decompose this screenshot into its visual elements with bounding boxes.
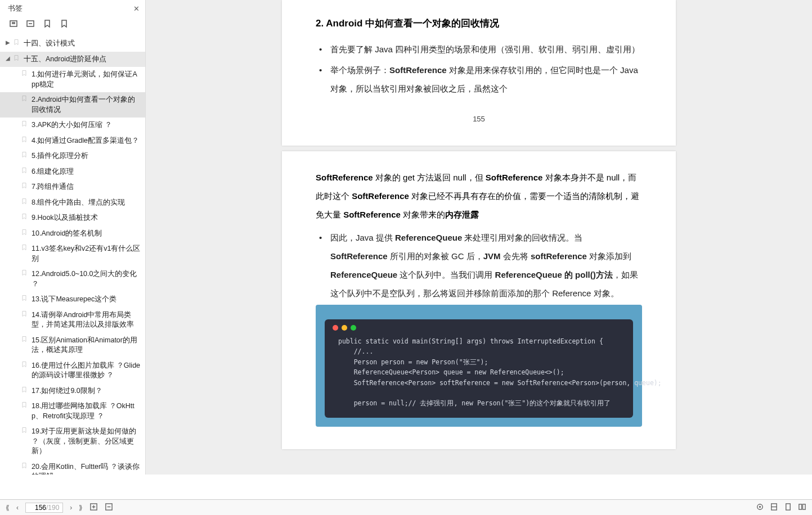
bookmark-item[interactable]: 19.对于应用更新这块是如何做的 ？（灰度，强制更新、分区域更新） xyxy=(0,424,145,459)
bookmark-add-icon[interactable] xyxy=(43,19,52,30)
zoom-in-button[interactable] xyxy=(89,503,98,513)
bookmark-icon xyxy=(20,295,28,301)
bookmark-label: 14.请例举Android中常用布局类型，并简述其用法以及排版效率 xyxy=(32,310,141,330)
bookmark-label: 1.如何进行单元测试，如何保证App稳定 xyxy=(32,70,141,89)
bookmark-label: 17.如何绕过9.0限制？ xyxy=(32,386,141,396)
bullet-item: 举个场景例子：SoftReference 对象是用来保存软引用的，但它同时也是一… xyxy=(316,61,642,98)
bookmark-item[interactable]: 3.APK的大小如何压缩 ？ xyxy=(0,118,145,133)
svg-rect-9 xyxy=(802,504,805,509)
bookmark-item[interactable]: 10.Android的签名机制 xyxy=(0,226,145,242)
bookmark-item[interactable]: 12.Android5.0~10.0之间大的变化 ？ xyxy=(0,266,145,292)
bookmark-icon xyxy=(20,462,28,469)
bookmark-item[interactable]: 17.如何绕过9.0限制？ xyxy=(0,383,145,399)
code-snippet: public static void main(String[] args) t… xyxy=(338,336,620,409)
paragraph: SoftReference 对象的 get 方法返回 null，但 SoftRe… xyxy=(316,168,642,224)
bookmark-label: 12.Android5.0~10.0之间大的变化 ？ xyxy=(32,269,141,289)
bookmark-icon xyxy=(20,361,28,368)
zoom-out-button[interactable] xyxy=(105,503,113,513)
bookmark-item[interactable]: 4.如何通过Gradle配置多渠道包？ xyxy=(0,133,145,149)
page-155: 2. Android 中如何查看一个对象的回收情况 首先要了解 Java 四种引… xyxy=(282,0,676,146)
close-sidebar-button[interactable]: ✕ xyxy=(133,4,140,13)
bookmark-label: 13.说下Measurepec这个类 xyxy=(32,295,141,305)
collapse-all-icon[interactable] xyxy=(26,19,35,30)
bookmarks-panel: 书签 ✕ ▶十四、设计模式◢十五、Android进阶延伸点1.如何进行单元测试，… xyxy=(0,0,146,475)
bookmark-item[interactable]: 9.Hook以及插桩技术 xyxy=(0,210,145,226)
bookmark-icon xyxy=(20,151,28,158)
bookmark-label: 10.Android的签名机制 xyxy=(32,229,141,239)
bookmark-icon xyxy=(20,213,28,220)
bookmark-icon[interactable] xyxy=(60,19,69,30)
bookmark-icon xyxy=(20,136,28,143)
bookmark-label: 20.会用Kotlin、Fultter吗 ？谈谈你的理解 xyxy=(32,462,141,475)
bookmark-label: 15.区别Animation和Animator的用法，概述其原理 xyxy=(32,336,141,355)
bookmark-label: 十五、Android进阶延伸点 xyxy=(24,55,141,65)
bookmark-item[interactable]: 15.区别Animation和Animator的用法，概述其原理 xyxy=(0,333,145,358)
bookmark-label: 8.组件化中路由、埋点的实现 xyxy=(32,198,141,208)
bookmark-label: 19.对于应用更新这块是如何做的 ？（灰度，强制更新、分区域更新） xyxy=(32,427,141,457)
bookmark-item[interactable]: 8.组件化中路由、埋点的实现 xyxy=(0,195,145,211)
document-view[interactable]: 2. Android 中如何查看一个对象的回收情况 首先要了解 Java 四种引… xyxy=(146,0,812,475)
bookmark-item[interactable]: 1.如何进行单元测试，如何保证App稳定 xyxy=(0,67,145,92)
bookmark-item[interactable]: 6.组建化原理 xyxy=(0,164,145,180)
bookmark-icon xyxy=(20,167,28,174)
bookmark-icon xyxy=(12,39,20,46)
bookmark-item[interactable]: 14.请例举Android中常用布局类型，并简述其用法以及排版效率 xyxy=(0,308,145,333)
bookmark-label: 6.组建化原理 xyxy=(32,167,141,177)
bookmark-item[interactable]: 11.v3签名key和v2还有v1有什么区别 xyxy=(0,241,145,266)
prev-page-button[interactable]: ‹ xyxy=(16,504,19,512)
bookmark-label: 18.用过哪些网络加载库 ？OkHttp、Retrofit实现原理 ？ xyxy=(32,401,141,421)
bookmark-label: 4.如何通过Gradle配置多渠道包？ xyxy=(32,136,141,146)
bullet-item: 首先要了解 Java 四种引用类型的场景和使用（强引用、软引用、弱引用、虚引用） xyxy=(316,40,642,58)
bookmark-icon xyxy=(20,310,28,317)
bookmark-icon xyxy=(20,229,28,236)
bookmark-icon xyxy=(20,120,28,127)
bookmark-section[interactable]: ▶十四、设计模式 xyxy=(0,36,145,52)
bookmark-item[interactable]: 16.使用过什么图片加载库 ？Glide的源码设计哪里很微妙 ？ xyxy=(0,358,145,383)
bookmark-section[interactable]: ◢十五、Android进阶延伸点 xyxy=(0,52,145,67)
bookmark-label: 2.Android中如何查看一个对象的回收情况 xyxy=(32,95,141,115)
bookmark-icon xyxy=(20,198,28,205)
bookmark-label: 3.APK的大小如何压缩 ？ xyxy=(32,120,141,130)
code-figure: public static void main(String[] args) t… xyxy=(316,305,642,427)
bookmark-item[interactable]: 13.说下Measurepec这个类 xyxy=(0,292,145,308)
layout-continuous-icon[interactable] xyxy=(784,503,792,513)
bookmark-icon xyxy=(20,95,28,102)
bookmark-label: 7.跨组件通信 xyxy=(32,182,141,192)
status-bar: ⟪ ‹ /190 › ⟫ xyxy=(0,499,812,515)
page-number: 155 xyxy=(316,115,642,123)
first-page-button[interactable]: ⟪ xyxy=(6,504,10,512)
bookmark-icon xyxy=(20,269,28,276)
bookmark-label: 十四、设计模式 xyxy=(24,39,141,49)
bookmark-item[interactable]: 5.插件化原理分析 xyxy=(0,148,145,164)
page-total: /190 xyxy=(46,504,59,512)
layout-single-icon[interactable] xyxy=(770,503,778,513)
svg-rect-8 xyxy=(799,504,802,509)
bookmark-item[interactable]: 2.Android中如何查看一个对象的回收情况 xyxy=(0,92,145,118)
expand-all-icon[interactable] xyxy=(9,19,18,30)
bookmark-tree: ▶十四、设计模式◢十五、Android进阶延伸点1.如何进行单元测试，如何保证A… xyxy=(0,36,145,475)
bookmark-item[interactable]: 7.跨组件通信 xyxy=(0,179,145,195)
page-156: SoftReference 对象的 get 方法返回 null，但 SoftRe… xyxy=(282,151,676,449)
last-page-button[interactable]: ⟫ xyxy=(79,504,83,512)
page-number-input[interactable] xyxy=(29,504,46,512)
bookmark-label: 16.使用过什么图片加载库 ？Glide的源码设计哪里很微妙 ？ xyxy=(32,361,141,381)
sidebar-title: 书签 xyxy=(8,3,23,13)
bookmark-icon xyxy=(12,55,20,61)
next-page-button[interactable]: › xyxy=(70,504,72,512)
bookmark-icon xyxy=(20,244,28,251)
bookmark-icon xyxy=(20,336,28,342)
bookmark-item[interactable]: 18.用过哪些网络加载库 ？OkHttp、Retrofit实现原理 ？ xyxy=(0,399,145,424)
view-mode-icon[interactable] xyxy=(756,503,764,513)
bookmark-item[interactable]: 20.会用Kotlin、Fultter吗 ？谈谈你的理解 xyxy=(0,459,145,475)
bookmark-icon xyxy=(20,182,28,189)
bookmark-icon xyxy=(20,401,28,408)
section-heading: 2. Android 中如何查看一个对象的回收情况 xyxy=(316,17,642,30)
bookmark-label: 5.插件化原理分析 xyxy=(32,151,141,161)
bookmark-icon xyxy=(20,70,28,76)
bookmark-label: 9.Hook以及插桩技术 xyxy=(32,213,141,223)
bookmark-icon xyxy=(20,386,28,393)
svg-rect-7 xyxy=(786,503,791,509)
page-input-box[interactable]: /190 xyxy=(25,503,63,513)
bullet-item: 因此，Java 提供 ReferenceQueue 来处理引用对象的回收情况。当… xyxy=(316,228,642,302)
layout-facing-icon[interactable] xyxy=(798,503,806,513)
